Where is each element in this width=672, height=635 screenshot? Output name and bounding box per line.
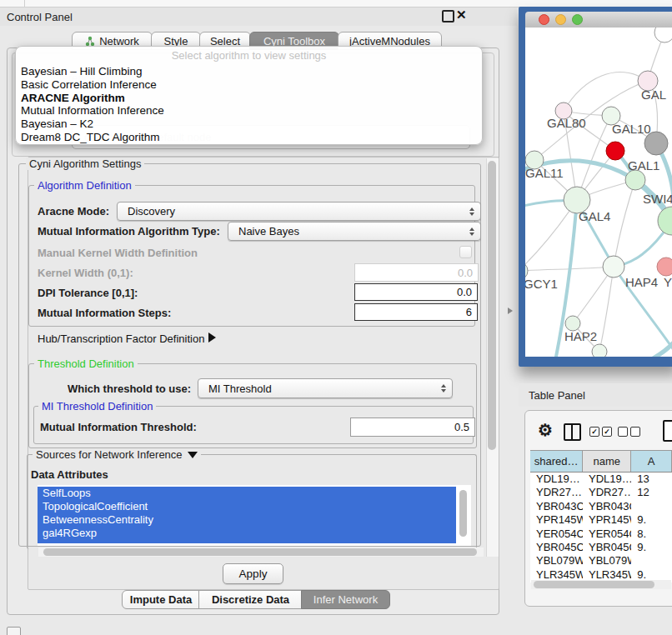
node-label: GCY1 (525, 277, 558, 291)
aracne-mode-value: Discovery (128, 205, 175, 218)
screen: Control Panel ✕ Inference Algorithm galF… (0, 0, 672, 635)
hub-definition-toggle[interactable]: Hub/Transcription Factor Definition (38, 332, 204, 345)
network-node-hap4[interactable] (603, 256, 624, 278)
algorithm-option[interactable]: Bayesian – Hill Climbing (21, 65, 477, 78)
settings-hscroll-thumb[interactable] (43, 548, 477, 556)
document-icon[interactable] (663, 420, 672, 442)
dpi-tolerance-label: DPI Tolerance [0,1]: (38, 287, 138, 299)
minimize-window-icon[interactable] (555, 14, 566, 25)
table-hscroll-thumb[interactable] (534, 581, 654, 588)
manual-kernel-checkbox[interactable] (459, 246, 472, 258)
table-cell: YDR27… (530, 486, 583, 499)
table-cell: 12 (631, 486, 672, 499)
column-header-name[interactable]: name (583, 451, 631, 472)
mi-threshold-field[interactable]: 0.5 (350, 418, 475, 437)
network-node[interactable] (592, 344, 607, 357)
mi-type-combobox[interactable]: Naive Bayes (228, 222, 481, 241)
algorithm-option[interactable]: ARACNE Algorithm (21, 92, 477, 105)
zoom-window-icon[interactable] (572, 14, 583, 25)
algorithm-option[interactable]: Bayesian – K2 (21, 118, 477, 131)
network-node[interactable] (606, 142, 624, 160)
which-threshold-value: MI Threshold (208, 382, 272, 395)
dpi-tolerance-field[interactable]: 0.0 (354, 283, 478, 301)
mi-threshold-label: Mutual Information Threshold: (40, 421, 197, 433)
node-label: GAL11 (525, 166, 564, 180)
bottom-tab-infer-network[interactable]: Infer Network (301, 590, 390, 609)
node-label: GAL4 (579, 209, 610, 223)
gear-icon[interactable]: ⚙ (538, 420, 553, 440)
collapse-arrow-icon[interactable] (188, 452, 198, 458)
apply-button[interactable]: Apply (223, 563, 283, 584)
table-cell: YBR045C (530, 541, 583, 554)
float-panel-button[interactable] (442, 10, 454, 22)
network-icon (85, 36, 95, 47)
column-header-A[interactable]: A (631, 451, 672, 472)
table-row[interactable]: YBR045CYBR045C9. (530, 541, 672, 554)
stepper-arrows-icon (469, 208, 474, 216)
algorithm-dropdown-popup: Select algorithm to view settings Bayesi… (15, 46, 483, 145)
node-label: Y (664, 275, 672, 289)
table-row[interactable]: YBR043CYBR043C (530, 500, 672, 513)
sources-legend-text: Sources for Network Inference (36, 448, 183, 461)
network-node-swi4[interactable] (658, 207, 672, 235)
mi-threshold-legend: MI Threshold Definition (38, 400, 156, 412)
popup-placeholder: Select algorithm to view settings (16, 49, 482, 62)
network-window-titlebar[interactable] (525, 12, 672, 28)
table-row[interactable]: YPR145WYPR145W9. (530, 513, 672, 527)
table-cell: YDR27… (583, 486, 631, 499)
expand-arrow-icon[interactable] (208, 332, 216, 342)
mouse-cursor (508, 308, 513, 314)
network-node-y[interactable] (657, 258, 672, 276)
algorithm-option[interactable]: Basic Correlation Inference (21, 78, 477, 92)
table-cell (631, 554, 672, 568)
table-cell: YBR043C (583, 500, 631, 513)
table-row[interactable]: YBL079WYBL079W (530, 554, 672, 568)
mi-steps-value: 6 (466, 306, 472, 318)
unchecked-pair-icon[interactable] (618, 427, 640, 437)
network-canvas[interactable]: GALGAL80GAL10GAL11GAL1GAL4SWI4GCY1HAP4YH… (525, 28, 672, 357)
data-attribute-item[interactable]: SelfLoops (38, 487, 456, 500)
manual-kernel-label: Manual Kernel Width Definition (38, 247, 198, 259)
kernel-width-field[interactable]: 0.0 (354, 263, 479, 282)
threshold-definition-legend: Threshold Definition (34, 358, 138, 370)
algorithm-option[interactable]: Dream8 DC_TDC Algorithm (21, 131, 477, 144)
table-row[interactable]: YDR27…YDR27…12 (530, 486, 672, 499)
bottom-tab-label: Impute Data (130, 593, 192, 606)
split-columns-icon[interactable] (564, 423, 581, 441)
table-row[interactable]: YER054CYER054C8. (530, 528, 672, 541)
checked-pair-icon[interactable]: ✓✓ (589, 427, 612, 437)
table-cell: 13 (631, 472, 672, 486)
close-window-icon[interactable] (539, 14, 549, 25)
data-attributes-list[interactable]: SelfLoopsTopologicalCoefficientBetweenne… (38, 485, 471, 546)
close-panel-button[interactable]: ✕ (456, 8, 467, 22)
network-node[interactable] (654, 28, 672, 42)
table-cell: YPR145W (583, 513, 631, 527)
data-attribute-item[interactable]: gal4RGexp (38, 527, 456, 540)
sources-legend: Sources for Network Inference (33, 448, 201, 461)
table-cell: YER054C (530, 528, 583, 541)
mi-threshold-value: 0.5 (454, 421, 469, 433)
mi-steps-label: Mutual Information Steps: (38, 307, 171, 319)
node-table[interactable]: shared…nameA YDL19…YDL19…13YDR27…YDR27…1… (530, 450, 672, 582)
mi-steps-field[interactable]: 6 (354, 303, 478, 321)
node-label: HAP2 (564, 329, 597, 343)
node-label: SWI4 (643, 192, 672, 206)
column-header-shared…[interactable]: shared… (530, 451, 583, 472)
table-row[interactable]: YDL19…YDL19…13 (530, 472, 672, 486)
network-node-gal1[interactable] (625, 170, 645, 190)
settings-vscroll-thumb[interactable] (488, 161, 496, 450)
control-panel-title: Control Panel (7, 11, 73, 23)
aracne-mode-combobox[interactable]: Discovery (117, 202, 481, 221)
data-attribute-item[interactable]: TopologicalCoefficient (38, 500, 456, 513)
bottom-tab-discretize-data[interactable]: Discretize Data (198, 590, 303, 609)
minimized-panel-icon[interactable] (7, 627, 21, 635)
table-cell: YDL19… (530, 472, 583, 486)
which-threshold-combobox[interactable]: MI Threshold (198, 378, 453, 398)
data-attribute-item[interactable]: BetweennessCentrality (38, 513, 456, 527)
attribute-list-scroll-thumb[interactable] (459, 490, 467, 537)
data-attributes-label: Data Attributes (31, 468, 108, 481)
bottom-tab-impute-data[interactable]: Impute Data (122, 590, 200, 609)
algorithm-option[interactable]: Mutual Information Inference (21, 104, 477, 118)
dpi-tolerance-value: 0.0 (457, 286, 472, 298)
which-threshold-label: Which threshold to use: (68, 382, 191, 395)
